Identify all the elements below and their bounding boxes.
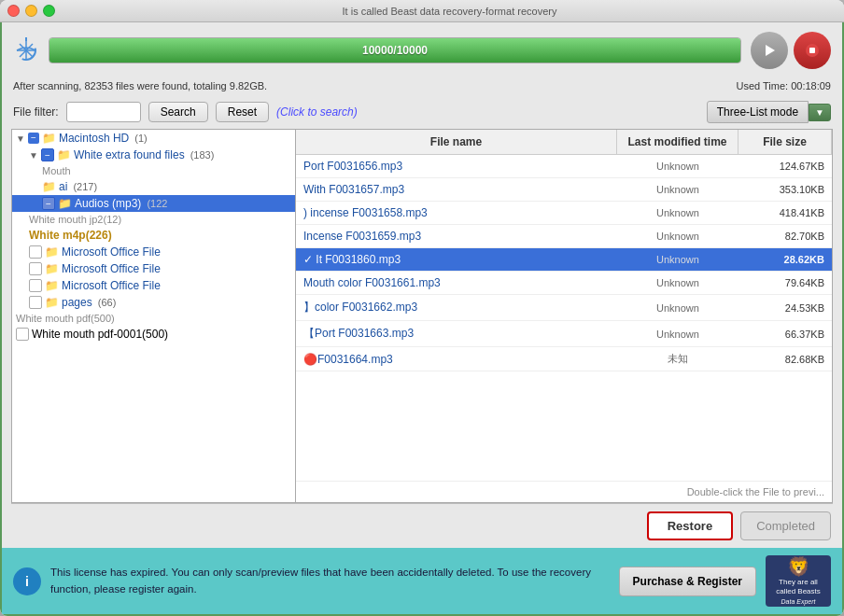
window-title: It is called Beast data recovery-format … — [63, 6, 837, 17]
table-row[interactable]: Mouth color F0031661.mp3 Unknown 79.64KB — [296, 272, 832, 295]
click-to-search-hint: (Click to search) — [276, 105, 358, 119]
progress-text: 10000/10000 — [362, 44, 428, 57]
tree-item-macintosh[interactable]: ▼ − 📁 Macintosh HD (1) — [12, 130, 295, 147]
reset-button[interactable]: Reset — [216, 102, 269, 122]
tree-item-extra-found[interactable]: ▼ − 📁 White extra found files (183) — [12, 147, 295, 163]
table-row[interactable]: Port F0031656.mp3 Unknown 124.67KB — [296, 155, 832, 178]
cb-office-1[interactable] — [29, 245, 42, 259]
minimize-button[interactable] — [25, 5, 37, 17]
title-bar: It is called Beast data recovery-format … — [0, 0, 844, 22]
folder-icon-macintosh: 📁 — [42, 132, 56, 145]
window-controls — [7, 5, 55, 17]
tree-label-office-2: Microsoft Office File — [62, 262, 161, 275]
close-button[interactable] — [7, 5, 20, 17]
file-size-5: 79.64KB — [738, 273, 832, 293]
tree-item-office-2[interactable]: 📁 Microsoft Office File — [12, 260, 295, 277]
file-size-2: 418.41KB — [738, 203, 832, 223]
tree-label-pages: pages — [62, 296, 92, 309]
table-row[interactable]: Incense F0031659.mp3 Unknown 82.70KB — [296, 225, 832, 248]
mode-dropdown-arrow[interactable]: ▼ — [809, 104, 831, 121]
filter-label: File filter: — [13, 105, 59, 119]
tree-item-m4p[interactable]: White m4p(226) — [12, 227, 295, 244]
right-pane: File name Last modified time File size P… — [296, 129, 833, 503]
tree-count-pages: (66) — [95, 297, 117, 308]
file-date-7: Unknown — [617, 324, 738, 344]
folder-icon-ai: 📁 — [42, 180, 56, 193]
check-minus-icon: − — [41, 148, 54, 161]
folder-icon-office-2: 📁 — [45, 262, 59, 275]
table-row[interactable]: ) incense F0031658.mp3 Unknown 418.41KB — [296, 202, 832, 225]
cb-office-2[interactable] — [29, 262, 42, 275]
file-date-1: Unknown — [617, 179, 738, 200]
license-bar: i This license has expired. You can only… — [2, 548, 842, 614]
folder-icon-audios: 📁 — [58, 197, 72, 210]
stop-button[interactable] — [794, 32, 831, 69]
beast-logo-icon: 🦁 — [787, 555, 810, 578]
file-name-4: ✓ It F0031860.mp3 — [296, 248, 617, 271]
play-button[interactable] — [751, 32, 788, 69]
left-pane: ▼ − 📁 Macintosh HD (1) ▼ − 📁 White extra… — [11, 129, 296, 503]
tree-item-pages[interactable]: 📁 pages (66) — [12, 294, 295, 311]
tree-item-pdf-label[interactable]: White mouth pdf(500) — [12, 311, 295, 326]
file-size-4: 28.62KB — [738, 249, 832, 270]
table-row[interactable]: 🔴F0031664.mp3 未知 82.68KB — [296, 347, 832, 371]
mode-dropdown: Three-List mode ▼ — [707, 101, 831, 123]
maximize-button[interactable] — [43, 5, 55, 17]
mode-label[interactable]: Three-List mode — [707, 101, 809, 123]
cb-pages[interactable] — [29, 296, 42, 309]
tree-item-mouth[interactable]: Mouth — [12, 163, 295, 178]
expand-icon-2: ▼ — [29, 150, 38, 161]
restore-button[interactable]: Restore — [647, 511, 733, 540]
search-button[interactable]: Search — [148, 102, 208, 122]
minus-icon: − — [28, 133, 39, 144]
completed-button[interactable]: Completed — [740, 511, 831, 540]
beast-logo: 🦁 They are all called Beasts Data Expert — [766, 555, 831, 607]
file-name-3: Incense F0031659.mp3 — [296, 225, 617, 247]
tree-label-office-3: Microsoft Office File — [62, 279, 161, 292]
file-size-3: 82.70KB — [738, 226, 832, 246]
progress-bar-container: 10000/10000 — [49, 37, 741, 63]
tree-count-ai: (217) — [70, 181, 97, 192]
tree-label-extra: White extra found files — [74, 148, 185, 161]
scan-result: After scanning, 82353 files were found, … — [13, 80, 267, 91]
tree-item-audios[interactable]: − 📁 Audios (mp3) (122 — [12, 195, 295, 212]
file-name-2: ) incense F0031658.mp3 — [296, 202, 617, 224]
folder-icon-pages: 📁 — [45, 296, 59, 309]
tree-item-office-3[interactable]: 📁 Microsoft Office File — [12, 277, 295, 294]
tree-item-pdf-0001[interactable]: White mouth pdf-0001(500) — [12, 326, 295, 343]
file-table-body: Port F0031656.mp3 Unknown 124.67KB With … — [296, 155, 832, 481]
tree-item-office-1[interactable]: 📁 Microsoft Office File — [12, 244, 295, 260]
tree-item-ai[interactable]: 📁 ai (217) — [12, 178, 295, 195]
col-header-date: Last modified time — [617, 130, 738, 154]
tree-count-extra: (183) — [188, 149, 215, 161]
info-bar: After scanning, 82353 files were found, … — [2, 78, 842, 97]
file-size-0: 124.67KB — [738, 156, 832, 176]
cb-office-3[interactable] — [29, 279, 42, 292]
search-input[interactable] — [66, 102, 141, 122]
tree-label-office-1: Microsoft Office File — [62, 245, 161, 259]
col-header-size: File size — [738, 130, 832, 154]
file-table-header: File name Last modified time File size — [296, 130, 832, 155]
top-right-buttons — [751, 32, 831, 69]
action-area: Restore Completed — [2, 504, 842, 548]
jp2-label: White mouth jp2(12) — [29, 214, 121, 225]
tree-label-macintosh: Macintosh HD — [59, 132, 129, 145]
expand-icon: ▼ — [16, 133, 25, 144]
table-row-selected[interactable]: ✓ It F0031860.mp3 Unknown 28.62KB — [296, 248, 832, 272]
file-name-7: 【Port F0031663.mp3 — [296, 321, 617, 346]
table-row[interactable]: With F0031657.mp3 Unknown 353.10KB — [296, 178, 832, 202]
tree-count-macintosh: (1) — [132, 133, 148, 144]
cb-pdf-0001[interactable] — [16, 328, 29, 341]
file-date-3: Unknown — [617, 226, 738, 246]
table-row[interactable]: 】color F0031662.mp3 Unknown 24.53KB — [296, 295, 832, 321]
progress-bar-fill: 10000/10000 — [49, 38, 740, 63]
file-size-7: 66.37KB — [738, 324, 832, 344]
file-date-0: Unknown — [617, 156, 738, 176]
tree-item-jp2[interactable]: White mouth jp2(12) — [12, 212, 295, 227]
svg-marker-6 — [766, 45, 775, 56]
table-row[interactable]: 【Port F0031663.mp3 Unknown 66.37KB — [296, 321, 832, 347]
purchase-button[interactable]: Purchase & Register — [619, 567, 756, 596]
file-date-8: 未知 — [617, 347, 738, 371]
folder-icon-office-3: 📁 — [45, 279, 59, 292]
pdf-label: White mouth pdf(500) — [16, 313, 115, 324]
